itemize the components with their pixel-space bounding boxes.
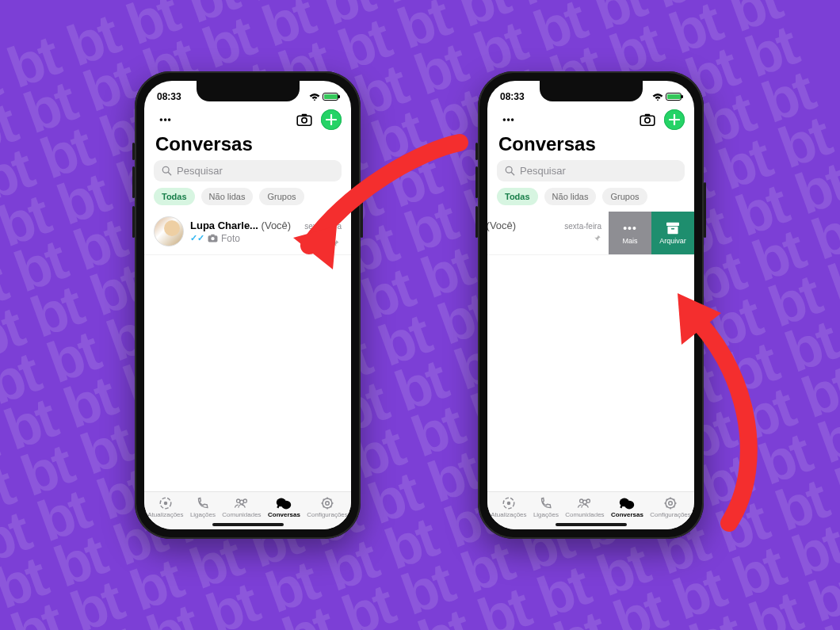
archive-icon	[666, 222, 680, 235]
chat-sub-label: Foto	[221, 233, 240, 244]
chip-unread[interactable]: Não lidas	[201, 188, 254, 205]
more-options-icon: •••	[623, 222, 637, 235]
tab-updates[interactable]: Atualizações	[491, 496, 526, 518]
chat-name: Lupa Charle... (Você)	[190, 220, 291, 231]
swipe-archive-button[interactable]: Arquivar	[651, 212, 694, 254]
phone-icon	[539, 497, 552, 510]
pin-icon	[330, 239, 340, 248]
avatar[interactable]	[154, 216, 184, 246]
phone-mockup-right: 08:33 ••• Conversas	[478, 71, 704, 539]
updates-icon	[502, 496, 516, 510]
svg-point-31	[669, 502, 673, 506]
filter-chips: Todas Não lidas Grupos	[487, 188, 694, 212]
tab-chats[interactable]: Conversas	[268, 496, 300, 518]
tab-chats[interactable]: Conversas	[611, 496, 643, 518]
tab-settings[interactable]: Configurações	[650, 496, 691, 518]
pin-icon	[593, 234, 601, 242]
chip-all[interactable]: Todas	[497, 188, 538, 205]
chip-all[interactable]: Todas	[154, 188, 195, 205]
wifi-icon	[652, 93, 663, 101]
status-time: 08:33	[157, 91, 181, 102]
chats-icon	[276, 497, 292, 510]
svg-rect-6	[211, 235, 214, 236]
more-options-button[interactable]: •••	[154, 110, 178, 129]
svg-rect-22	[671, 228, 674, 229]
camera-icon	[208, 234, 218, 242]
search-icon	[162, 166, 172, 176]
tab-settings[interactable]: Configurações	[307, 496, 348, 518]
phone-mockup-left: 08:33 ••• Conversas	[135, 71, 361, 539]
svg-point-5	[211, 237, 214, 240]
home-indicator	[212, 523, 284, 526]
new-chat-button[interactable]	[664, 109, 685, 130]
svg-point-13	[281, 500, 291, 509]
svg-point-15	[326, 502, 330, 506]
camera-icon	[296, 113, 312, 126]
tab-communities[interactable]: Comunidades	[222, 496, 261, 518]
page-title: Conversas	[487, 132, 694, 160]
communities-icon	[577, 497, 593, 510]
svg-point-27	[582, 500, 586, 504]
home-indicator	[556, 523, 627, 526]
tab-calls[interactable]: Ligações	[190, 496, 216, 518]
svg-rect-18	[645, 114, 650, 116]
chat-time: sexta-feira	[304, 222, 342, 231]
chip-groups[interactable]: Grupos	[259, 188, 304, 205]
more-options-button[interactable]: •••	[497, 110, 521, 129]
chip-unread[interactable]: Não lidas	[544, 188, 597, 205]
tab-updates[interactable]: Atualizações	[147, 496, 183, 518]
chats-icon	[619, 497, 635, 510]
phone-notch	[540, 81, 643, 101]
chat-row[interactable]: Lupa Charle... (Você) sexta-feira ✓✓ Fot…	[144, 212, 351, 255]
search-input[interactable]: Pesquisar	[497, 160, 685, 181]
camera-icon	[640, 113, 655, 126]
search-input[interactable]: Pesquisar	[154, 160, 342, 181]
phone-icon	[196, 497, 209, 510]
svg-point-29	[624, 500, 634, 509]
updates-icon	[158, 496, 173, 510]
svg-rect-21	[667, 226, 678, 233]
camera-button[interactable]	[637, 109, 658, 130]
communities-icon	[234, 497, 250, 510]
search-icon	[505, 166, 515, 176]
svg-rect-20	[666, 222, 679, 225]
svg-point-19	[506, 166, 512, 173]
camera-button[interactable]	[294, 109, 315, 130]
svg-point-8	[164, 502, 168, 506]
svg-rect-2	[302, 114, 307, 116]
page-title: Conversas	[144, 132, 351, 160]
filter-chips: Todas Não lidas Grupos	[144, 188, 351, 212]
chat-time: sexta-feira	[564, 222, 601, 231]
swipe-more-button[interactable]: ••• Mais	[609, 212, 651, 254]
search-placeholder: Pesquisar	[520, 165, 566, 177]
new-chat-button[interactable]	[321, 109, 342, 130]
chip-groups[interactable]: Grupos	[602, 188, 647, 205]
swipe-actions: ••• Mais Arquivar	[609, 212, 694, 254]
wifi-icon	[309, 93, 320, 101]
status-time: 08:33	[500, 91, 525, 102]
svg-point-17	[645, 118, 650, 123]
tab-communities[interactable]: Comunidades	[565, 496, 604, 518]
chat-row[interactable]: harle... (Você) sexta-feira oto ••• Mais	[487, 212, 694, 255]
svg-point-1	[302, 118, 307, 123]
gear-icon	[663, 496, 678, 510]
read-receipt-icon: ✓✓	[190, 233, 204, 243]
search-placeholder: Pesquisar	[177, 165, 223, 177]
chat-name: harle... (Você)	[487, 220, 516, 231]
plus-icon	[326, 114, 337, 125]
gear-icon	[320, 496, 334, 510]
battery-icon	[323, 93, 338, 101]
svg-point-3	[162, 166, 169, 173]
plus-icon	[669, 114, 680, 125]
tab-calls[interactable]: Ligações	[533, 496, 559, 518]
svg-point-11	[239, 500, 243, 504]
phone-notch	[197, 81, 300, 101]
battery-icon	[666, 93, 682, 101]
svg-point-24	[507, 502, 511, 506]
